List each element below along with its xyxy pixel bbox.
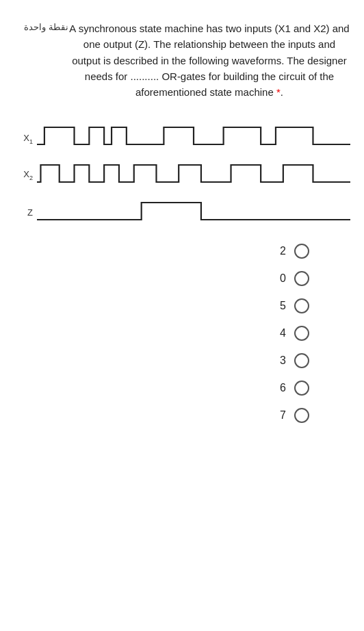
waveform-row-z: Z (14, 196, 350, 229)
z-label: Z (14, 207, 33, 218)
option-row-0: 0 (272, 271, 309, 286)
option-radio-0[interactable] (294, 271, 309, 286)
option-label-0: 0 (272, 272, 286, 285)
option-row-7: 7 (272, 408, 309, 423)
option-row-3: 3 (272, 353, 309, 368)
option-label-2: 2 (272, 245, 286, 257)
option-row-5: 5 (272, 298, 309, 313)
asterisk: * (274, 86, 281, 98)
option-radio-6[interactable] (294, 381, 309, 396)
option-radio-3[interactable] (294, 353, 309, 368)
x1-waveform (37, 120, 350, 157)
waveform-row-x1: X1 (14, 120, 350, 157)
waveform-section: X1 X2 Z (14, 120, 350, 230)
option-label-6: 6 (272, 382, 286, 394)
option-radio-4[interactable] (294, 326, 309, 341)
x2-waveform (37, 155, 350, 195)
option-radio-7[interactable] (294, 408, 309, 423)
option-radio-5[interactable] (294, 298, 309, 313)
waveform-row-x2: X2 (14, 155, 350, 195)
question-text: A synchronous state machine has two inpu… (68, 21, 350, 100)
page: نقطة واحدة A synchronous state machine h… (0, 0, 364, 631)
option-label-4: 4 (272, 327, 286, 339)
points-label: نقطة واحدة (14, 22, 68, 32)
option-row-6: 6 (272, 381, 309, 396)
options-section: 2 0 5 4 3 6 7 (0, 244, 364, 423)
option-label-5: 5 (272, 300, 286, 312)
waveform-container: X1 X2 Z (14, 120, 350, 230)
option-label-3: 3 (272, 355, 286, 367)
option-row-4: 4 (272, 326, 309, 341)
x2-label: X2 (14, 169, 33, 181)
z-waveform (37, 196, 350, 229)
header-section: نقطة واحدة A synchronous state machine h… (0, 14, 364, 100)
option-radio-2[interactable] (294, 244, 309, 259)
option-row-2: 2 (272, 244, 309, 259)
option-label-7: 7 (272, 409, 286, 422)
x1-label: X1 (14, 133, 33, 145)
